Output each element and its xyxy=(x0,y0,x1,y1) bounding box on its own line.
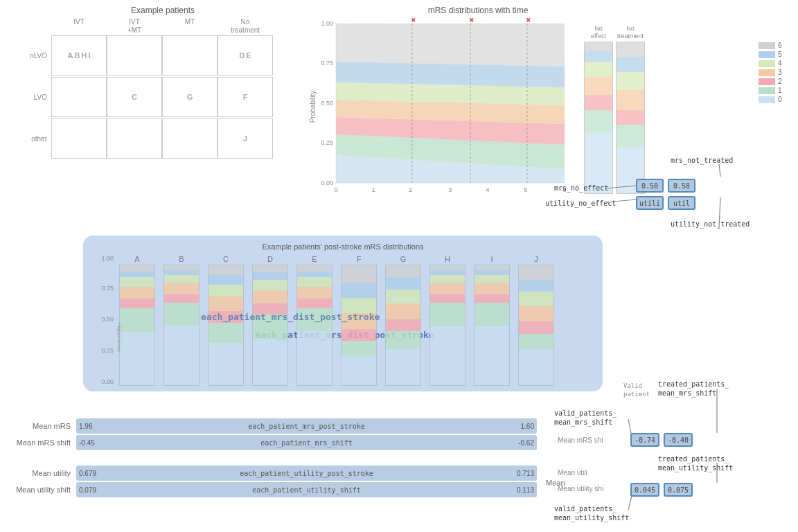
example-patients-title: Example patients xyxy=(21,6,305,15)
mrs-no-effect-box[interactable]: 0.50 xyxy=(636,179,664,193)
mrs-shift-box-right[interactable]: -0.40 xyxy=(664,433,693,447)
legend-swatch-3 xyxy=(759,69,775,76)
mrs-main-chart: Probability xyxy=(308,17,578,204)
utility-shift-box-left[interactable]: 0.045 xyxy=(630,483,659,497)
ep-col-no-treatment: Notreatment xyxy=(218,18,273,35)
stat-row-mean-mrs-shift: Mean mRS shift -0.45 each_patient_mrs_sh… xyxy=(0,435,537,450)
mean-label-bottom: Mean xyxy=(546,479,565,487)
legend: 6 5 4 3 2 1 0 xyxy=(759,42,782,105)
valid-patients-mean-utility-shift-annotation: valid_patients_mean_utility_shift xyxy=(554,504,629,522)
ps-col-g: G xyxy=(381,255,425,386)
utility-no-effect-annotation: utility_no_effect xyxy=(545,200,616,207)
ep-cell-other-ivtmt xyxy=(107,118,162,159)
ps-ytick-100: 1.00 xyxy=(101,255,114,262)
patient-i: I xyxy=(88,51,90,60)
no-treatment-label: Notreatment xyxy=(616,25,645,40)
svg-text:Probability: Probability xyxy=(309,91,317,123)
legend-swatch-2 xyxy=(759,78,775,85)
treated-patients-mean-mrs-shift-annotation: treated_patients_mean_mrs_shift xyxy=(658,380,729,398)
patient-a: A xyxy=(68,51,73,60)
mean-mrs-shift-label: Mean mRS shift xyxy=(0,438,76,447)
svg-text:0: 0 xyxy=(334,186,337,193)
stat-row-mean-utility: Mean utility 0.679 each_patient_utility_… xyxy=(0,466,537,481)
legend-label-3: 3 xyxy=(778,69,782,76)
ps-col-i: I xyxy=(470,255,514,386)
utility-shift-boxes-row: 0.045 0.075 xyxy=(630,483,693,497)
right-mean-mrs-label: Mean mRS shi xyxy=(558,436,603,444)
stat-row-mean-mrs: Mean mRS 1.96 each_patient_mrs_post_stro… xyxy=(0,418,537,434)
legend-label-2: 2 xyxy=(778,78,782,85)
svg-text:✖: ✖ xyxy=(526,17,531,24)
patient-g: G xyxy=(187,93,193,101)
mean-mrs-right-val: 1.60 xyxy=(521,423,534,430)
ep-row-label-other: other xyxy=(21,135,51,143)
mrs-main-svg: Probability xyxy=(308,17,578,197)
ps-col-j: J xyxy=(514,255,558,386)
mrs-not-treated-annotation: mrs_not_treated xyxy=(671,157,733,164)
post-stroke-title: Example patients' post-stroke mRS distri… xyxy=(93,242,593,251)
ps-col-b: B xyxy=(159,255,204,386)
utility-effect-boxes: utili util xyxy=(636,196,695,210)
ep-col-headers: IVT IVT+MT MT Notreatment xyxy=(51,18,305,35)
ps-bar-j xyxy=(518,265,554,386)
legend-item-5: 5 xyxy=(759,51,782,58)
legend-label-0: 0 xyxy=(778,96,782,103)
mrs-small-charts: Noeffect Notreatment xyxy=(584,25,645,204)
ep-cell-nlvo-ivtmt xyxy=(107,35,162,76)
ep-grid: nLVO A B H I D E LVO C G xyxy=(21,35,305,159)
mean-utility-bar: 0.679 each_patient_utility_post_stroke 0… xyxy=(76,466,537,481)
svg-text:3: 3 xyxy=(448,186,452,193)
mean-utility-text: each_patient_utility_post_stroke xyxy=(76,470,537,477)
utility-not-treated-box[interactable]: util xyxy=(668,196,695,210)
legend-item-2: 2 xyxy=(759,78,782,85)
mrs-shift-box-left[interactable]: -0.74 xyxy=(630,433,659,447)
effect-boxes-row1: 0.50 0.58 utili util xyxy=(636,179,695,210)
legend-label-4: 4 xyxy=(778,60,782,67)
ps-bar-b xyxy=(163,265,200,386)
ep-row-label-nlvo: nLVO xyxy=(21,52,51,60)
ep-cell-nlvo-ivt: A B H I xyxy=(51,35,107,76)
patient-b: B xyxy=(74,51,80,60)
svg-text:✖: ✖ xyxy=(411,17,416,24)
svg-line-36 xyxy=(719,164,720,177)
mrs-charts-row: Probability xyxy=(308,17,648,204)
patient-c: C xyxy=(132,93,137,101)
legend-item-1: 1 xyxy=(759,87,782,94)
mean-mrs-shift-row: Mean mRS shift -0.45 each_patient_mrs_sh… xyxy=(0,435,537,454)
small-chart-labels: Noeffect Notreatment xyxy=(584,25,645,40)
legend-item-6: 6 xyxy=(759,42,782,49)
ep-cell-other-ivt xyxy=(51,118,107,159)
patient-f: F xyxy=(243,93,248,101)
ps-bar-f xyxy=(341,265,377,386)
svg-text:0.50: 0.50 xyxy=(321,100,333,107)
ep-cell-other-mt xyxy=(162,118,218,159)
utility-no-effect-box[interactable]: utili xyxy=(636,196,664,210)
utility-shift-box-right[interactable]: 0.075 xyxy=(664,483,693,497)
right-mean-utility-label: Mean utili xyxy=(558,469,587,477)
patient-h: H xyxy=(81,51,87,60)
mrs-no-effect-annotation: mrs_no_effect xyxy=(554,184,608,193)
svg-text:1: 1 xyxy=(371,186,375,193)
legend-swatch-5 xyxy=(759,51,775,58)
each-patient-dist-overlay: each_patient_mrs_dist_post_stroke xyxy=(201,312,380,322)
svg-text:0.25: 0.25 xyxy=(321,139,333,146)
ep-row-lvo: LVO C G F xyxy=(21,76,305,118)
ep-cell-lvo-ivt xyxy=(51,77,107,117)
mean-utility-shift-text: each_patient_utility_shift xyxy=(76,486,537,494)
mrs-chart-title: mRS distributions with time xyxy=(308,6,648,15)
legend-swatch-0 xyxy=(759,96,775,103)
mean-utility-shift-row: Mean utility shift 0.079 each_patient_ut… xyxy=(0,482,537,502)
small-chart-bars xyxy=(584,42,645,194)
ps-bar-e xyxy=(296,265,332,386)
ep-col-ivt-mt: IVT+MT xyxy=(107,18,162,35)
ep-row-other: other J xyxy=(21,118,305,159)
mrs-effect-boxes: 0.50 0.58 xyxy=(636,179,695,193)
mrs-chart-section: mRS distributions with time Probability xyxy=(308,6,648,204)
mrs-not-treated-box[interactable]: 0.58 xyxy=(668,179,695,193)
mean-utility-shift-bar: 0.079 each_patient_utility_shift 0.113 0… xyxy=(76,482,537,497)
stat-row-mean-utility-shift: Mean utility shift 0.079 each_patient_ut… xyxy=(0,482,537,497)
mean-utility-right-val: 0.713 xyxy=(517,470,534,477)
valid-patients-mean-mrs-shift-annotation: valid_patients_mean_mrs_shift xyxy=(554,409,617,427)
ps-bar-i xyxy=(474,265,510,386)
ps-bar-c xyxy=(208,265,244,386)
